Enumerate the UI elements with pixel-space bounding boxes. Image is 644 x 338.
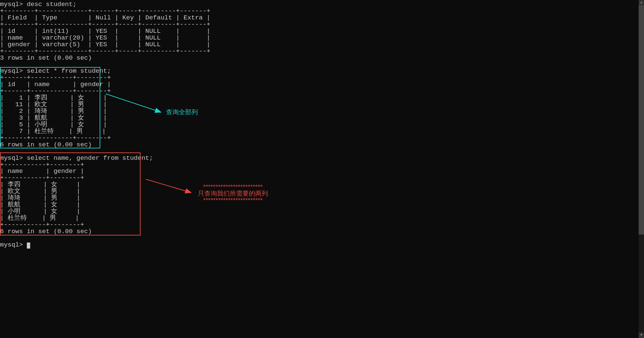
select-cols-row: | 杜兰特 | 男 |: [0, 214, 79, 222]
select-all-footer: 6 rows in set (0.00 sec): [0, 141, 92, 148]
select-all-border-bot: +------+-----------+--------+: [0, 134, 111, 142]
select-cols-border-top: +-----------+--------+: [0, 161, 84, 168]
prompt: mysql>: [0, 154, 23, 162]
command-desc: desc student;: [27, 1, 76, 8]
desc-border-bot: +--------+-------------+------+-----+---…: [0, 48, 210, 55]
prompt: mysql>: [0, 241, 23, 249]
select-all-row: | 5 | 小明 | 女 |: [0, 121, 107, 128]
scrollbar-up-icon[interactable]: ▲: [639, 0, 644, 5]
desc-row: | gender | varchar(5) | YES | | NULL | |: [0, 41, 210, 48]
desc-row: | id | int(11) | YES | | NULL | |: [0, 27, 210, 35]
select-all-row: | 1 | 李四 | 女 |: [0, 94, 107, 102]
terminal-output: mysql> desc student; +--------+---------…: [0, 0, 644, 249]
select-cols-border-mid: +-----------+--------+: [0, 174, 84, 182]
annotation-red-block: ************************ 只查询我们所需要的两列 ***…: [198, 184, 268, 204]
desc-row: | name | varchar(20) | YES | | NULL | |: [0, 34, 210, 42]
scrollbar-thumb[interactable]: [639, 5, 644, 234]
scrollbar-down-icon[interactable]: ▼: [639, 333, 644, 338]
desc-footer: 3 rows in set (0.00 sec): [0, 54, 92, 62]
select-all-row: | 11 | 欧文 | 男 |: [0, 101, 107, 108]
prompt: mysql>: [0, 1, 23, 8]
select-cols-row: | 小明 | 女 |: [0, 208, 80, 215]
annotation-red-stars-bottom: ************************: [198, 197, 268, 204]
annotation-red-stars-top: ************************: [198, 184, 268, 190]
command-select-all: select * from student;: [27, 67, 111, 75]
select-all-header: | id | name | gender |: [0, 81, 111, 88]
select-cols-header: | name | gender |: [0, 167, 84, 175]
select-all-row: | 7 | 杜兰特 | 男 |: [0, 128, 106, 135]
select-cols-footer: 6 rows in set (0.00 sec): [0, 228, 92, 235]
select-cols-row: | 航航 | 女 |: [0, 201, 80, 208]
select-cols-row: | 欧文 | 男 |: [0, 188, 80, 195]
desc-border-mid: +--------+-------------+------+-----+---…: [0, 21, 210, 28]
scrollbar-vertical[interactable]: ▲ ▼: [639, 0, 644, 338]
prompt: mysql>: [0, 67, 23, 75]
desc-border-top: +--------+-------------+------+-----+---…: [0, 7, 210, 15]
select-all-row: | 3 | 航航 | 女 |: [0, 114, 107, 122]
select-all-border-mid: +------+-----------+--------+: [0, 87, 111, 95]
select-all-border-top: +------+-----------+--------+: [0, 74, 111, 81]
annotation-red-label: 只查询我们所需要的两列: [198, 190, 268, 197]
scrollbar-track[interactable]: [639, 5, 644, 333]
select-all-row: | 2 | 琦琦 | 男 |: [0, 108, 107, 115]
select-cols-row: | 琦琦 | 男 |: [0, 194, 80, 202]
cursor-icon: [27, 243, 30, 249]
desc-header: | Field | Type | Null | Key | Default | …: [0, 14, 210, 21]
select-cols-border-bot: +-----------+--------+: [0, 221, 84, 228]
select-cols-row: | 李四 | 女 |: [0, 181, 80, 188]
command-select-cols: select name, gender from student;: [27, 154, 153, 162]
annotation-cyan-label: 查询全部列: [166, 109, 198, 116]
